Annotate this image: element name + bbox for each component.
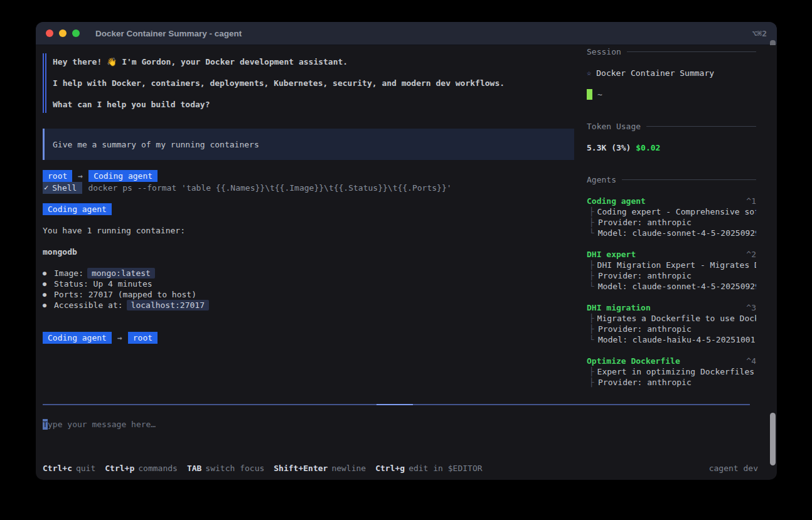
- agent-card-coding-agent[interactable]: Coding agent ^1 ├Coding expert - Compreh…: [587, 196, 756, 238]
- agent-model: Model: claude-sonnet-4-5-20250929: [598, 281, 756, 292]
- tree-branch-icon: ├: [587, 260, 597, 270]
- minimize-button[interactable]: [59, 29, 67, 37]
- token-usage-section-header: Token Usage: [587, 121, 756, 132]
- shell-tool-badge: ✓ Shell: [43, 182, 82, 194]
- shortcut-label: newline: [331, 464, 366, 473]
- agent-badge-root: root: [128, 332, 158, 344]
- list-item-label: Accessible at:: [54, 300, 123, 310]
- agent-description: Expert in optimizing Dockerfiles fo…: [597, 366, 756, 377]
- list-item-status: ● Status: Up 4 minutes: [43, 279, 574, 289]
- shortcut-label: edit in $EDITOR: [409, 464, 482, 473]
- agent-description: DHI Migration Expert - Migrates Doc…: [597, 260, 756, 270]
- bullet-icon: ●: [43, 279, 54, 289]
- scrollbar-track-top[interactable]: [770, 40, 776, 45]
- shortcut-label: quit: [76, 464, 95, 473]
- message-input[interactable]: Type your message here…: [36, 405, 777, 461]
- agent-badge-coding-agent: Coding agent: [43, 332, 112, 344]
- bullet-icon: ●: [43, 300, 54, 310]
- agent-badge-root: root: [43, 170, 72, 182]
- bullet-icon: ●: [43, 268, 54, 279]
- agent-name: Coding agent: [587, 196, 646, 206]
- inline-code: localhost:27017: [127, 300, 209, 310]
- check-icon: ✓: [44, 183, 48, 193]
- agent-handoff-out: Coding agent → root: [43, 332, 574, 344]
- agent-card-optimize-dockerfile[interactable]: Optimize Dockerfile ^4 ├Expert in optimi…: [587, 356, 756, 388]
- input-divider: [43, 404, 750, 405]
- agents-section-header: Agents: [587, 174, 756, 185]
- cursor-block-icon: [587, 89, 592, 100]
- shortcut-newline: Shift+Enternewline: [274, 464, 366, 473]
- tree-branch-icon: ├: [587, 366, 597, 377]
- input-placeholder: ype your message here…: [48, 420, 156, 429]
- divider-highlight: [377, 404, 413, 405]
- handoff-arrow-icon: →: [117, 332, 122, 343]
- tree-branch-icon: ├: [587, 324, 598, 334]
- agent-provider: Provider: anthropic: [598, 324, 692, 334]
- agent-provider: Provider: anthropic: [598, 377, 692, 388]
- token-count: 5.3K (3%): [587, 143, 631, 152]
- response-agent-badge-row: Coding agent: [43, 203, 574, 215]
- welcome-line: I help with Docker, containers, deployme…: [53, 78, 574, 88]
- shortcut-key: Ctrl+p: [105, 464, 134, 473]
- section-title: Token Usage: [587, 121, 641, 132]
- shortcut-key: Ctrl+g: [375, 464, 405, 473]
- list-item-image: ● Image: mongo:latest: [43, 268, 574, 279]
- scrollbar-thumb[interactable]: [770, 413, 776, 465]
- agent-badge-coding-agent: Coding agent: [43, 203, 112, 215]
- close-button[interactable]: [46, 29, 53, 37]
- shortcut-commands: Ctrl+pcommands: [105, 464, 178, 473]
- tree-branch-icon: ├: [587, 206, 597, 217]
- agent-hotkey: ^4: [746, 356, 756, 366]
- list-item-accessible: ● Accessible at: localhost:27017: [43, 300, 574, 310]
- tool-command: docker ps --format 'table {{.Names}}\t{{…: [88, 183, 451, 193]
- star-icon: ☆: [587, 68, 591, 78]
- shortcut-quit: Ctrl+cquit: [43, 464, 95, 473]
- handoff-arrow-icon: →: [78, 171, 83, 181]
- user-message: Give me a summary of my running containe…: [43, 129, 574, 160]
- shortcut-label: switch focus: [205, 464, 264, 473]
- main-area: Hey there! 👋 I'm Gordon, your Docker dev…: [36, 45, 777, 404]
- list-item-label: Ports: 27017 (mapped to host): [54, 289, 196, 300]
- agent-hotkey: ^3: [746, 302, 756, 313]
- agent-name: DHI expert: [587, 249, 636, 260]
- agent-handoff-in: root → Coding agent: [43, 170, 574, 182]
- tree-branch-icon: ├: [587, 270, 598, 281]
- agent-provider: Provider: anthropic: [598, 270, 692, 281]
- agent-card-dhi-migration[interactable]: DHI migration ^3 ├Migrates a Dockerfile …: [587, 302, 756, 345]
- list-item-label: Status: Up 4 minutes: [54, 279, 152, 289]
- traffic-lights: [46, 29, 80, 37]
- bullet-icon: ●: [43, 289, 54, 300]
- agent-name: DHI migration: [587, 302, 651, 313]
- agent-card-dhi-expert[interactable]: DHI expert ^2 ├DHI Migration Expert - Mi…: [587, 249, 756, 292]
- session-title-row: ☆ Docker Container Summary: [587, 68, 756, 78]
- tool-name: Shell: [52, 183, 77, 193]
- section-title: Agents: [587, 174, 616, 185]
- zoom-button[interactable]: [72, 29, 80, 37]
- container-details-list: ● Image: mongo:latest ● Status: Up 4 min…: [43, 268, 574, 310]
- session-path: ~: [597, 89, 602, 100]
- session-title: Docker Container Summary: [596, 68, 714, 78]
- window-shortcut-hint: ⌥⌘2: [752, 29, 767, 38]
- chat-pane: Hey there! 👋 I'm Gordon, your Docker dev…: [43, 45, 574, 404]
- header-rule: [646, 126, 756, 127]
- agent-model: Model: claude-haiku-4-5-20251001: [598, 334, 755, 345]
- user-message-text: Give me a summary of my running containe…: [53, 139, 259, 150]
- list-item-label: Image:: [54, 268, 83, 279]
- container-name: mongodb: [43, 247, 574, 257]
- window-title: Docker Container Summary - cagent: [95, 29, 242, 38]
- titlebar: Docker Container Summary - cagent ⌥⌘2: [36, 22, 777, 45]
- agent-provider: Provider: anthropic: [598, 217, 692, 228]
- token-cost: $0.02: [636, 143, 660, 152]
- shortcut-key: TAB: [187, 464, 201, 473]
- tree-branch-icon: ├: [587, 313, 597, 324]
- agent-description: Coding expert - Comprehensive softw…: [597, 206, 756, 217]
- agent-badge-coding-agent: Coding agent: [88, 170, 158, 182]
- shortcut-label: commands: [138, 464, 178, 473]
- list-item-ports: ● Ports: 27017 (mapped to host): [43, 289, 574, 300]
- agent-model: Model: claude-sonnet-4-5-20250929: [598, 228, 756, 238]
- session-section-header: Session: [587, 46, 756, 57]
- agent-hotkey: ^1: [746, 196, 756, 206]
- tree-end-icon: └: [587, 281, 598, 292]
- shortcut-key: Ctrl+c: [43, 464, 72, 473]
- app-version-label: cagent dev: [709, 464, 758, 473]
